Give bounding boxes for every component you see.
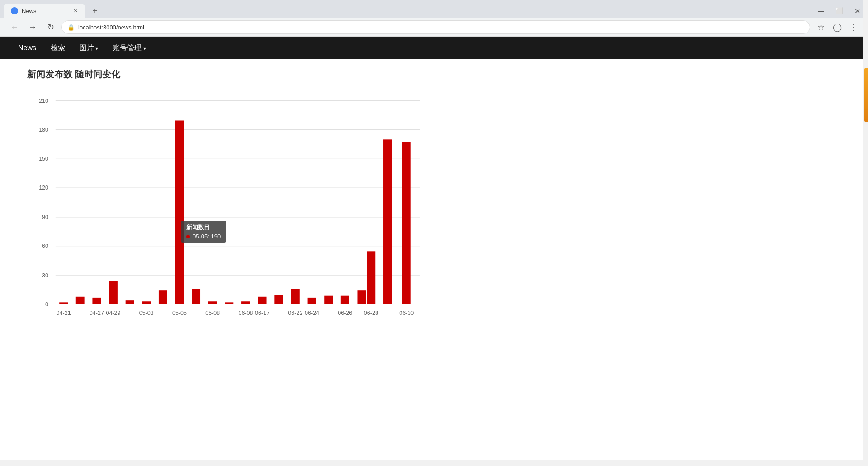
browser-tab[interactable]: News × <box>4 4 85 18</box>
svg-text:06-17: 06-17 <box>255 310 269 316</box>
back-button[interactable]: ← <box>7 20 22 34</box>
bar-20 <box>383 139 392 304</box>
svg-text:06-26: 06-26 <box>338 310 352 316</box>
nav-link-account[interactable]: 账号管理 <box>113 42 146 55</box>
svg-text:05-03: 05-03 <box>139 310 154 316</box>
nav-link-search[interactable]: 检索 <box>51 42 65 55</box>
tab-bar: News × + — ⬜ ✕ <box>0 0 868 18</box>
url-input[interactable] <box>78 24 804 31</box>
svg-text:06-22: 06-22 <box>288 310 302 316</box>
nav-right-icons: ☆ ◯ ⋮ <box>814 20 861 34</box>
bar-13 <box>274 295 283 304</box>
bar-chart: .axis-text { font-size: 12px; fill: #666… <box>27 90 434 325</box>
menu-button[interactable]: ⋮ <box>846 20 861 34</box>
bar-17 <box>341 296 349 304</box>
bar-4 <box>126 300 134 304</box>
svg-text:180: 180 <box>39 127 48 133</box>
navigation-bar: ← → ↻ 🔒 ☆ ◯ ⋮ <box>0 18 868 36</box>
svg-text:04-21: 04-21 <box>57 310 71 316</box>
bar-19 <box>367 251 375 304</box>
svg-text:04-29: 04-29 <box>106 310 120 316</box>
account-button[interactable]: ◯ <box>830 20 844 34</box>
tab-favicon <box>11 7 18 14</box>
svg-text:30: 30 <box>42 272 48 279</box>
svg-text:06-24: 06-24 <box>305 310 319 316</box>
chart-container: .axis-text { font-size: 12px; fill: #666… <box>27 90 434 325</box>
bar-3 <box>109 281 118 304</box>
bar-5 <box>142 301 151 304</box>
svg-text:210: 210 <box>39 98 48 104</box>
refresh-button[interactable]: ↻ <box>43 20 58 34</box>
nav-brand[interactable]: News <box>18 42 36 54</box>
bar-10 <box>225 302 233 304</box>
svg-text:60: 60 <box>42 243 48 249</box>
svg-text:90: 90 <box>42 214 48 220</box>
svg-text:150: 150 <box>39 156 48 162</box>
bar-1 <box>76 297 85 304</box>
maximize-button[interactable]: ⬜ <box>832 4 846 18</box>
scrollbar-track <box>863 0 868 334</box>
main-content: 新闻发布数 随时间变化 .axis-text { font-size: 12px… <box>0 59 868 334</box>
bar-18 <box>357 290 366 304</box>
scrollbar-thumb[interactable] <box>864 68 868 122</box>
new-tab-button[interactable]: + <box>89 5 101 17</box>
bar-15 <box>308 298 316 304</box>
bar-2 <box>92 298 101 304</box>
app-navbar: News 检索 图片 账号管理 <box>0 37 868 59</box>
address-bar[interactable]: 🔒 <box>61 20 810 34</box>
tab-close-button[interactable]: × <box>74 7 78 14</box>
bar-6 <box>159 290 167 304</box>
svg-text:05-05: 05-05 <box>172 310 187 316</box>
svg-text:06-08: 06-08 <box>238 310 253 316</box>
forward-button[interactable]: → <box>25 20 40 34</box>
svg-point-0 <box>11 8 18 14</box>
bar-8 <box>192 289 200 304</box>
nav-link-images[interactable]: 图片 <box>80 42 98 55</box>
bar-11 <box>241 301 250 304</box>
svg-text:06-30: 06-30 <box>399 310 414 316</box>
bar-12 <box>258 297 267 304</box>
svg-text:120: 120 <box>39 185 48 191</box>
minimize-button[interactable]: — <box>814 4 828 18</box>
bar-14 <box>291 289 300 304</box>
svg-text:0: 0 <box>45 301 48 308</box>
svg-text:06-28: 06-28 <box>364 310 378 316</box>
bar-21 <box>402 142 411 304</box>
chart-title: 新闻发布数 随时间变化 <box>27 68 841 81</box>
star-button[interactable]: ☆ <box>814 20 828 34</box>
bar-0 <box>59 302 68 304</box>
tab-title: News <box>22 8 37 14</box>
bar-9 <box>208 301 217 304</box>
security-icon: 🔒 <box>67 24 75 31</box>
bar-16 <box>324 296 333 304</box>
svg-text:05-08: 05-08 <box>205 310 220 316</box>
bar-7-highlight[interactable] <box>175 120 184 304</box>
svg-text:04-27: 04-27 <box>90 310 104 316</box>
browser-chrome: News × + — ⬜ ✕ ← → ↻ 🔒 ☆ ◯ ⋮ <box>0 0 868 37</box>
